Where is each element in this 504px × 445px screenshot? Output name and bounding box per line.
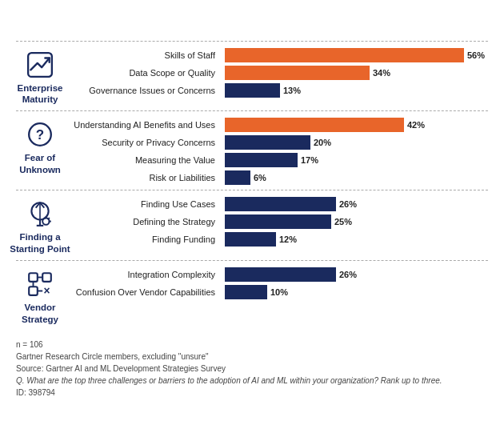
bar-pct: 20% (314, 138, 331, 147)
icon-vendor-strategy: × Vendor Strategy (16, 267, 64, 326)
footnote-line: Source: Gartner AI and ML Development St… (16, 363, 488, 375)
label-finding-starting-point: Finding a Starting Point (10, 231, 70, 255)
bar-fill (225, 66, 370, 80)
label-vendor-strategy: Vendor Strategy (22, 302, 58, 326)
bar-pct: 10% (270, 287, 288, 297)
bar-label: Measuring the Value (64, 155, 220, 165)
footnote-line: ID: 398794 (16, 387, 488, 399)
bar-fill (225, 83, 280, 98)
bar-label: Finding Funding (64, 235, 220, 244)
bar-track: 10% (225, 285, 488, 299)
bar-track: 20% (225, 135, 488, 150)
footnotes: n = 106Gartner Research Circle members, … (16, 339, 488, 399)
bar-row: Governance Issues or Concerns13% (64, 83, 488, 98)
bar-pct: 26% (339, 270, 357, 279)
bar-row: Security or Privacy Concerns20% (64, 135, 488, 150)
bar-row: Skills of Staff56% (64, 48, 488, 62)
bar-track: 42% (225, 118, 488, 132)
rows-vendor-strategy: Integration Complexity26%Confusion Over … (64, 267, 488, 299)
bar-row: Risk or Liabilities6% (64, 170, 488, 185)
rows-enterprise-maturity: Skills of Staff56%Data Scope or Quality3… (64, 48, 488, 98)
bar-fill (225, 214, 331, 229)
bar-row: Defining the Strategy25% (64, 214, 488, 229)
footnote-line: Q. What are the top three challenges or … (16, 375, 488, 387)
rows-fear-of-unknown: Understanding AI Benefits and Uses42%Sec… (64, 118, 488, 185)
bar-fill (225, 285, 267, 299)
rows-finding-starting-point: Finding Use Cases26%Defining the Strateg… (64, 197, 488, 247)
bar-row: Integration Complexity26% (64, 267, 488, 282)
bar-pct: 56% (467, 50, 485, 60)
icon-enterprise-maturity: Enterprise Maturity (16, 48, 64, 106)
section-fear-of-unknown: ? Fear of UnknownUnderstanding AI Benefi… (16, 110, 488, 190)
bar-track: 6% (225, 170, 488, 185)
bar-row: Confusion Over Vendor Capabilities10% (64, 285, 488, 299)
bar-track: 17% (225, 153, 488, 167)
bar-fill (225, 197, 336, 211)
bar-track: 34% (225, 66, 488, 80)
bar-fill (225, 170, 250, 185)
bar-track: 56% (225, 48, 488, 62)
svg-rect-11 (29, 273, 38, 282)
bar-row: Measuring the Value17% (64, 153, 488, 167)
bar-fill (225, 48, 464, 62)
bar-row: Understanding AI Benefits and Uses42% (64, 118, 488, 132)
bar-pct: 13% (283, 86, 301, 95)
bar-track: 25% (225, 214, 488, 229)
chart-subtitle (16, 16, 488, 30)
bar-pct: 25% (334, 217, 352, 227)
svg-text:?: ? (36, 128, 44, 143)
footnote-line: Gartner Research Circle members, excludi… (16, 351, 488, 363)
bar-track: 13% (225, 83, 488, 98)
icon-finding-starting-point: Finding a Starting Point (16, 197, 64, 255)
bar-pct: 17% (301, 155, 318, 165)
bar-fill (225, 118, 404, 132)
bar-fill (225, 267, 336, 282)
section-finding-starting-point: Finding a Starting PointFinding Use Case… (16, 190, 488, 260)
bar-fill (225, 232, 276, 247)
bar-label: Skills of Staff (64, 50, 220, 60)
label-enterprise-maturity: Enterprise Maturity (18, 82, 63, 106)
bar-track: 12% (225, 232, 488, 247)
icon-fear-of-unknown: ? Fear of Unknown (16, 118, 64, 176)
label-fear-of-unknown: Fear of Unknown (19, 152, 61, 176)
svg-rect-15 (29, 287, 38, 295)
bar-pct: 34% (373, 68, 390, 78)
bar-row: Finding Use Cases26% (64, 197, 488, 211)
bar-pct: 42% (407, 120, 425, 130)
bar-label: Security or Privacy Concerns (64, 138, 220, 147)
svg-text:×: × (43, 284, 50, 297)
bar-pct: 12% (279, 235, 297, 244)
bar-track: 26% (225, 267, 488, 282)
bar-label: Finding Use Cases (64, 199, 220, 209)
bar-label: Understanding AI Benefits and Uses (64, 120, 220, 130)
bar-label: Risk or Liabilities (64, 173, 220, 182)
bar-track: 26% (225, 197, 488, 211)
bar-label: Integration Complexity (64, 270, 220, 279)
bar-label: Confusion Over Vendor Capabilities (64, 287, 220, 297)
chart-sections: Enterprise MaturitySkills of Staff56%Dat… (16, 41, 488, 331)
bar-label: Governance Issues or Concerns (64, 86, 220, 95)
bar-fill (225, 135, 310, 150)
bar-row: Data Scope or Quality34% (64, 66, 488, 80)
bar-label: Data Scope or Quality (64, 68, 220, 78)
svg-rect-13 (42, 273, 51, 282)
section-enterprise-maturity: Enterprise MaturitySkills of Staff56%Dat… (16, 41, 488, 111)
bar-pct: 26% (339, 199, 357, 209)
bar-row: Finding Funding12% (64, 232, 488, 247)
section-vendor-strategy: × Vendor StrategyIntegration Complexity2… (16, 260, 488, 331)
bar-fill (225, 153, 298, 167)
footnote-line: n = 106 (16, 339, 488, 351)
bar-pct: 6% (254, 173, 266, 182)
bar-label: Defining the Strategy (64, 217, 220, 227)
